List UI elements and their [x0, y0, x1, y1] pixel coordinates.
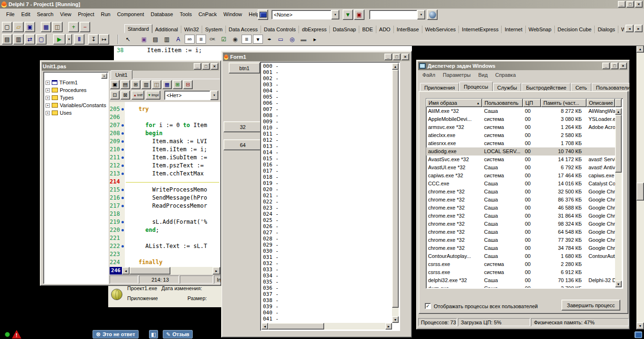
scroll-thumb[interactable] — [392, 70, 399, 308]
close-panel-button[interactable]: × — [101, 73, 107, 79]
memo-icon[interactable]: ≡ — [196, 35, 206, 44]
list-item[interactable]: 015 - — [261, 156, 392, 162]
menu-project[interactable]: Project — [75, 9, 97, 20]
palette-tab-internet[interactable]: Internet — [502, 26, 525, 33]
palette-tab-datasnap[interactable]: DataSnap — [330, 26, 359, 33]
process-row[interactable]: chrome.exe *32Саша0046 588 КБGoogle Chro… — [426, 204, 615, 212]
expand-icon[interactable]: + — [46, 81, 50, 85]
save-desktop-button[interactable]: ▼ — [343, 9, 353, 20]
scroll-thumb[interactable] — [615, 115, 622, 173]
toggle-form-unit-button[interactable]: ⇄ — [25, 34, 35, 45]
tm-menu-справка[interactable]: Справка — [492, 71, 520, 79]
process-listbox[interactable]: 000 -001 -002 -003 -004 -005 -006 -007 -… — [260, 62, 400, 331]
set-debug-desktop-button[interactable]: ▣ — [354, 9, 364, 20]
scroll-left-button[interactable]: ◄ — [261, 323, 268, 330]
process-row[interactable]: chrome.exe *32Саша0077 392 КБGoogle Chro… — [426, 236, 615, 244]
process-row[interactable]: atiesrxx.exeсистема001 708 КБ — [426, 139, 615, 147]
jump-combo[interactable]: <Нет> ▼ — [164, 91, 218, 100]
chevron-down-icon[interactable]: ▼ — [210, 91, 218, 100]
process-row[interactable]: chrome.exe *32Саша0086 376 КБGoogle Chro… — [426, 196, 615, 204]
show-all-processes-checkbox[interactable]: ✓ — [425, 303, 431, 309]
menu-tools[interactable]: Tools — [177, 9, 196, 20]
chevron-down-icon[interactable]: ▼ — [417, 10, 425, 19]
scroll-right-button[interactable]: ► — [213, 267, 220, 275]
list-item[interactable]: 019 - — [261, 180, 392, 186]
desktop-layout-combo[interactable]: <None> ▼ — [271, 10, 339, 19]
table-vertical-scrollbar[interactable]: ▲ ▼ — [615, 108, 622, 287]
list-item[interactable]: 037 - — [261, 291, 392, 297]
tree-item-uses[interactable]: +Uses — [44, 109, 108, 117]
process-row[interactable]: AppleMobileDevi...система003 080 КБYSLoa… — [426, 115, 615, 123]
minimize-button[interactable]: _ — [194, 63, 201, 70]
process-row[interactable]: AvastSvc.exe *32система0014 172 КБavast!… — [426, 156, 615, 164]
ide-titlebar[interactable]: Delphi 7 - Project1 [Running] _ □ × — [0, 0, 644, 9]
scroll-right-button[interactable]: ► — [385, 323, 392, 330]
run-parameters-button[interactable] — [427, 9, 438, 20]
main-menu-icon[interactable]: ▤ — [150, 34, 161, 45]
menu-run[interactable]: Run — [97, 9, 113, 20]
new-form-button[interactable]: ▢ — [36, 34, 47, 45]
list-item[interactable]: 028 - — [261, 236, 392, 242]
column-header[interactable]: Имя образа▲ — [426, 99, 482, 107]
new-items-button[interactable]: ▢ — [2, 22, 12, 32]
view-unit-button[interactable]: ▤ — [2, 34, 12, 45]
process-row[interactable]: chrome.exe *32Саша0098 324 КБGoogle Chro… — [426, 220, 615, 228]
tabs-scroll-right-button[interactable]: ► — [635, 25, 643, 32]
view-list-button[interactable]: ▥ — [141, 80, 151, 89]
tab-процессы[interactable]: Процессы — [459, 82, 492, 92]
process-row[interactable]: ContourAutoplay...Саша001 680 КБContourA… — [426, 252, 615, 260]
close-button[interactable]: × — [619, 63, 627, 69]
pause-button[interactable]: ‖ — [74, 34, 84, 45]
tab-приложения[interactable]: Приложения — [420, 83, 459, 92]
goto-implementation-button[interactable]: ▼ Impl — [146, 91, 160, 100]
palette-tab-standard[interactable]: Standard — [124, 24, 152, 33]
palette-tab-data-access[interactable]: Data Access — [226, 26, 261, 33]
palette-tab-dbexpress[interactable]: dbExpress — [299, 26, 330, 33]
palette-tab-interbase[interactable]: InterBase — [394, 26, 422, 33]
open-project-button[interactable]: ◫ — [52, 22, 63, 32]
label-icon[interactable]: A — [173, 34, 184, 45]
step-over-button[interactable]: ↦ — [99, 34, 109, 45]
menu-edit[interactable]: Edit — [18, 9, 34, 20]
list-item[interactable]: 012 - — [261, 137, 392, 143]
editor-horizontal-scrollbar[interactable]: ◄ ► — [122, 267, 220, 275]
show-form-button[interactable]: ▣ — [110, 80, 120, 89]
code-area[interactable]: 205 try206207 for i := 0 to Item208 begi… — [110, 102, 220, 267]
btn1-button[interactable]: btn1 — [229, 63, 260, 73]
palette-tab-data-controls[interactable]: Data Controls — [261, 26, 299, 33]
list-item[interactable]: 041 - — [261, 316, 392, 322]
run-dropdown-button[interactable]: ▼ — [66, 34, 72, 45]
list-item[interactable]: 014 - — [261, 149, 392, 156]
radio-group-icon[interactable]: ◎ — [287, 34, 298, 45]
background-vertical-scrollbar[interactable]: ▲ ▼ — [636, 46, 644, 330]
list-item[interactable]: 009 - — [261, 119, 392, 125]
list-item[interactable]: 005 - — [261, 94, 392, 100]
tm-menu-вид[interactable]: Вид — [475, 71, 492, 79]
maximize-button[interactable]: □ — [202, 63, 210, 70]
project-manager-button[interactable]: ▤ — [121, 80, 130, 89]
column-header[interactable]: ЦП — [523, 99, 541, 107]
process-row[interactable]: delphi32.exe *32Саша0070 136 КБDelphi-32… — [426, 276, 615, 284]
action-list-icon[interactable]: ▸ — [309, 34, 320, 45]
tab-службы[interactable]: Службы — [493, 83, 522, 92]
list-item[interactable]: 000 - — [261, 63, 392, 69]
close-button[interactable]: × — [211, 63, 218, 70]
collapse-button[interactable]: ⊟ — [183, 80, 193, 89]
tab-unit1[interactable]: Unit1 — [111, 70, 132, 79]
scroll-down-button[interactable]: ▼ — [636, 322, 644, 330]
process-row[interactable]: audiodg.exeLOCAL SERV...0010 740 КБ — [426, 147, 615, 156]
menu-database[interactable]: Database — [148, 9, 177, 20]
tab-быстродействие[interactable]: Быстродействие — [522, 83, 570, 92]
pointer-icon[interactable]: ↖ — [122, 34, 133, 45]
process-row[interactable]: atieclxx.exeсистема002 580 КБ — [426, 131, 615, 139]
save-file-button[interactable]: ▣ — [25, 22, 35, 32]
scroll-down-button[interactable]: ▼ — [615, 281, 622, 287]
list-item[interactable]: 027 - — [261, 229, 392, 236]
expand-button[interactable]: ⊞ — [173, 80, 182, 89]
palette-tab-websnap[interactable]: WebSnap — [526, 26, 555, 33]
scroll-bar-icon[interactable]: ◂▸ — [264, 34, 275, 45]
list-item[interactable]: 006 - — [261, 100, 392, 106]
view-form-button[interactable]: ▥ — [13, 34, 24, 45]
menu-component[interactable]: Component — [114, 9, 148, 20]
expand-icon[interactable]: + — [46, 111, 50, 115]
